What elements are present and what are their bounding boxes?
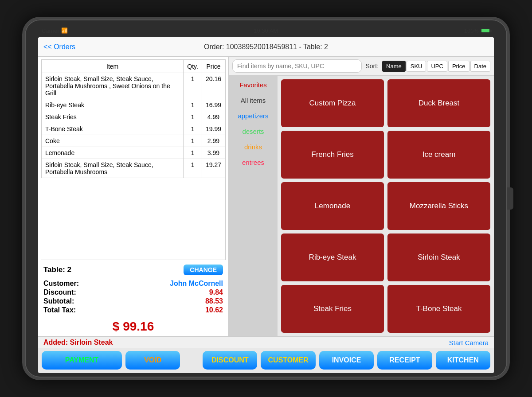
menu-item-rib-eye-steak[interactable]: Rib-eye Steak xyxy=(281,234,384,281)
col-item: Item xyxy=(42,60,184,73)
right-panel: Sort: NameSKUUPCPriceDate FavoritesAll i… xyxy=(229,57,494,336)
added-bar: Added: Sirloin Steak Start Camera xyxy=(38,337,494,348)
item-cell: T-Bone Steak xyxy=(42,123,184,135)
item-cell: Steak Fries xyxy=(42,111,184,123)
category-entrees[interactable]: entrees xyxy=(231,157,276,168)
ipad-device: Carrier 📶 10:30 AM 100% << Orders Order:… xyxy=(22,17,510,380)
sort-btn-date[interactable]: Date xyxy=(470,61,490,72)
col-qty: Qty. xyxy=(184,60,202,73)
action-buttons-row: PAYMENTVOIDDISCOUNTCUSTOMERINVOICERECEIP… xyxy=(38,348,494,373)
subtotal-label: Subtotal: xyxy=(43,297,74,305)
tax-value: 10.62 xyxy=(205,306,223,314)
table-info-row: Table: 2 CHANGE xyxy=(38,263,228,277)
status-left: Carrier 📶 xyxy=(42,27,68,34)
discount-value: 9.84 xyxy=(209,288,223,296)
table-row[interactable]: Coke 1 2.99 xyxy=(42,135,225,147)
qty-cell: 1 xyxy=(184,111,202,123)
qty-cell: 1 xyxy=(184,147,202,159)
kitchen-button[interactable]: KITCHEN xyxy=(436,351,490,370)
menu-item-duck-breast[interactable]: Duck Breast xyxy=(387,79,490,127)
invoice-button[interactable]: INVOICE xyxy=(319,351,374,370)
battery-icon xyxy=(481,28,490,33)
tax-label: Total Tax: xyxy=(43,306,76,314)
table-row[interactable]: Lemonade 1 3.99 xyxy=(42,147,225,159)
qty-cell: 1 xyxy=(184,73,202,99)
menu-item-steak-fries[interactable]: Steak Fries xyxy=(281,285,384,333)
sort-label: Sort: xyxy=(365,62,379,70)
status-right: 100% xyxy=(464,27,490,34)
items-grid: Custom PizzaDuck BreastFrench FriesIce c… xyxy=(278,76,494,336)
discount-label: Discount: xyxy=(43,288,76,296)
price-cell: 16.99 xyxy=(202,99,225,111)
table-row[interactable]: Sirloin Steak, Small Size, Steak Sauce, … xyxy=(42,159,225,178)
sort-btn-name[interactable]: Name xyxy=(382,61,406,72)
tax-row: Total Tax: 10.62 xyxy=(43,306,223,314)
col-price: Price xyxy=(202,60,225,73)
start-camera-button[interactable]: Start Camera xyxy=(449,339,489,346)
menu-item-lemonade[interactable]: Lemonade xyxy=(281,182,384,230)
sort-btn-upc[interactable]: UPC xyxy=(427,61,447,72)
menu-item-ice-cream[interactable]: Ice cream xyxy=(387,131,490,179)
customer-row: Customer: John McCornell xyxy=(43,280,223,288)
category-deserts[interactable]: deserts xyxy=(231,126,276,137)
item-cell: Sirloin Steak, Small Size, Steak Sauce, … xyxy=(42,159,184,178)
left-panel: Item Qty. Price Sirloin Steak, Small Siz… xyxy=(38,57,229,336)
discount-button[interactable]: DISCOUNT xyxy=(203,351,257,370)
table-row[interactable]: Steak Fries 1 4.99 xyxy=(42,111,225,123)
menu-item-mozzarella-sticks[interactable]: Mozzarella Sticks xyxy=(387,182,490,230)
item-cell: Lemonade xyxy=(42,147,184,159)
qty-cell: 1 xyxy=(184,159,202,178)
category-all-items[interactable]: All items xyxy=(231,95,276,106)
table-row[interactable]: Sirloin Steak, Small Size, Steak Sauce, … xyxy=(42,73,225,99)
menu-item-t-bone-steak[interactable]: T-Bone Steak xyxy=(387,285,490,333)
table-row[interactable]: Rib-eye Steak 1 16.99 xyxy=(42,99,225,111)
status-bar: Carrier 📶 10:30 AM 100% xyxy=(38,24,494,37)
item-cell: Coke xyxy=(42,135,184,147)
search-sort-bar: Sort: NameSKUUPCPriceDate xyxy=(229,57,494,76)
categories-panel: FavoritesAll itemsappetizersdesertsdrink… xyxy=(229,76,278,336)
change-button[interactable]: CHANGE xyxy=(184,265,223,275)
total-amount: $ 99.16 xyxy=(38,318,228,336)
order-info: Customer: John McCornell Discount: 9.84 … xyxy=(38,277,228,318)
customer-name: John McCornell xyxy=(170,280,223,288)
price-cell: 3.99 xyxy=(202,147,225,159)
item-cell: Sirloin Steak, Small Size, Steak Sauce, … xyxy=(42,73,184,99)
payment-button[interactable]: PAYMENT xyxy=(42,351,122,370)
carrier-label: Carrier xyxy=(42,27,59,34)
category-appetizers[interactable]: appetizers xyxy=(231,110,276,121)
subtotal-value: 88.53 xyxy=(205,297,223,305)
qty-cell: 1 xyxy=(184,123,202,135)
nav-title: Order: 100389520018459811 - Table: 2 xyxy=(204,43,328,51)
back-button[interactable]: << Orders xyxy=(43,43,75,51)
void-button[interactable]: VOID xyxy=(125,351,180,370)
table-row[interactable]: T-Bone Steak 1 19.99 xyxy=(42,123,225,135)
wifi-icon: 📶 xyxy=(61,27,68,34)
screen: << Orders Order: 100389520018459811 - Ta… xyxy=(38,37,494,373)
menu-item-french-fries[interactable]: French Fries xyxy=(281,131,384,179)
customer-button[interactable]: CUSTOMER xyxy=(261,351,315,370)
menu-item-custom-pizza[interactable]: Custom Pizza xyxy=(281,79,384,127)
nav-bar: << Orders Order: 100389520018459811 - Ta… xyxy=(38,37,494,57)
order-table: Item Qty. Price Sirloin Steak, Small Siz… xyxy=(41,59,226,260)
sort-btn-sku[interactable]: SKU xyxy=(407,61,426,72)
customer-label: Customer: xyxy=(43,280,79,288)
bottom-area: Added: Sirloin Steak Start Camera PAYMEN… xyxy=(38,336,494,373)
price-cell: 19.99 xyxy=(202,123,225,135)
sort-btn-price[interactable]: Price xyxy=(448,61,469,72)
catalog-area: FavoritesAll itemsappetizersdesertsdrink… xyxy=(229,76,494,336)
item-cell: Rib-eye Steak xyxy=(42,99,184,111)
home-button[interactable] xyxy=(507,187,513,210)
receipt-button[interactable]: RECEIPT xyxy=(377,351,432,370)
category-favorites[interactable]: Favorites xyxy=(231,79,276,90)
menu-item-sirloin-steak[interactable]: Sirloin Steak xyxy=(387,234,490,281)
search-input[interactable] xyxy=(232,59,362,73)
main-content: Item Qty. Price Sirloin Steak, Small Siz… xyxy=(38,57,494,336)
battery-label: 100% xyxy=(464,27,479,34)
added-text: Added: Sirloin Steak xyxy=(43,339,113,346)
category-drinks[interactable]: drinks xyxy=(231,141,276,152)
time-display: 10:30 AM xyxy=(254,27,278,34)
sort-buttons: NameSKUUPCPriceDate xyxy=(382,61,490,72)
qty-cell: 1 xyxy=(184,135,202,147)
price-cell: 20.16 xyxy=(202,73,225,99)
subtotal-row: Subtotal: 88.53 xyxy=(43,297,223,305)
